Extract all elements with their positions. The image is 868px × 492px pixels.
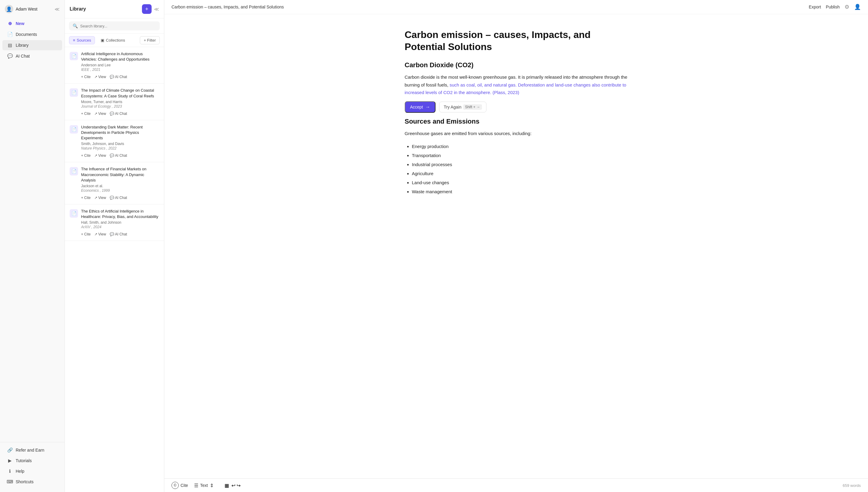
sidebar-item-refer-label: Refer and Earn [16,448,44,452]
collapse-panel-button[interactable]: ≪ [154,6,159,12]
source-list-item: 📄 The Impact of Climate Change on Coasta… [65,83,164,120]
source-cite-button[interactable]: + Cite [81,232,91,236]
source-view-button[interactable]: ↗ View [94,75,106,79]
accept-arrow-icon: → [425,104,430,110]
sidebar-item-library-label: Library [16,43,29,48]
settings-icon[interactable]: ⚙ [844,4,849,10]
refer-icon: 🔗 [7,447,12,453]
source-ai-chat-button[interactable]: 💬 AI Chat [110,153,127,158]
source-item-top: 📄 The Ethics of Artificial Intelligence … [70,208,159,229]
source-actions: + Cite ↗ View 💬 AI Chat [70,196,159,200]
source-list: 📄 Artificial Intelligence in Autonomous … [65,47,164,492]
sidebar-item-documents-label: Documents [16,32,37,37]
emissions-list-item: Agriculture [412,169,628,178]
library-panel: Library + ≪ 🔍 ≡ Sources ▣ Collections + … [65,0,164,492]
collections-tab-label: Collections [106,38,125,43]
export-button[interactable]: Export [809,4,821,9]
source-info: The Influence of Financial Markets on Ma… [81,166,159,193]
source-info: The Impact of Climate Change on Coastal … [81,88,159,108]
source-title: The Influence of Financial Markets on Ma… [81,166,159,183]
undo-button[interactable]: ↩ [231,483,235,488]
accept-bar: Accept → Try Again Shift + → [405,101,628,113]
accept-button[interactable]: Accept → [405,101,436,113]
cite-circle-icon: © [172,482,179,489]
sidebar-item-ai-chat[interactable]: 💬 AI Chat [2,51,62,61]
source-doc-icon: 📄 [70,88,78,97]
sidebar-item-library[interactable]: ▤ Library [2,40,62,50]
filter-button[interactable]: + Filter [140,36,160,44]
sidebar-item-new[interactable]: ⊕ New [2,18,62,29]
text-bottom-button[interactable]: ☰ Text ⇕ [194,483,214,488]
source-title: The Impact of Climate Change on Coastal … [81,88,159,99]
add-source-button[interactable]: + [142,4,152,14]
source-ai-chat-button[interactable]: 💬 AI Chat [110,75,127,79]
avatar: 👤 [5,5,13,13]
source-actions: + Cite ↗ View 💬 AI Chat [70,75,159,79]
source-cite-button[interactable]: + Cite [81,112,91,116]
sidebar-item-documents[interactable]: 📄 Documents [2,29,62,40]
source-view-button[interactable]: ↗ View [94,112,106,116]
redo-button[interactable]: ↪ [237,483,240,488]
source-actions: + Cite ↗ View 💬 AI Chat [70,153,159,158]
section-emissions-heading: Sources and Emissions [405,118,628,125]
tab-sources[interactable]: ≡ Sources [69,36,95,44]
tutorials-icon: ▶ [7,458,12,463]
source-doc-icon: 📄 [70,209,78,218]
text-expand-icon: ⇕ [210,483,214,488]
source-actions: + Cite ↗ View 💬 AI Chat [70,232,159,236]
source-title: Artificial Intelligence in Autonomous Ve… [81,51,159,62]
sidebar-item-tutorials[interactable]: ▶ Tutorials [2,456,62,466]
source-journal: Economics , 1999 [81,189,159,193]
source-ai-chat-button[interactable]: 💬 AI Chat [110,112,127,116]
search-input-wrap: 🔍 [69,21,160,30]
undo-redo: ↩ ↪ [231,483,240,488]
search-input[interactable] [80,24,156,28]
source-list-item: 📄 The Ethics of Artificial Intelligence … [65,204,164,241]
chat-icon: 💬 [7,53,12,59]
source-item-top: 📄 Artificial Intelligence in Autonomous … [70,51,159,72]
search-bar: 🔍 [65,18,164,34]
sidebar-item-shortcuts[interactable]: ⌨ Shortcuts [2,476,62,487]
sidebar-item-ai-chat-label: AI Chat [16,54,30,58]
section-co2-heading: Carbon Dioxide (CO2) [405,61,628,69]
collapse-sidebar-button[interactable]: ≪ [55,6,60,12]
source-cite-button[interactable]: + Cite [81,153,91,158]
source-cite-button[interactable]: + Cite [81,196,91,200]
source-ai-chat-button[interactable]: 💬 AI Chat [110,196,127,200]
user-header: 👤 Adam West ≪ [0,5,65,18]
tabs-row: ≡ Sources ▣ Collections + Filter [65,34,164,47]
user-circle-icon[interactable]: 👤 [854,4,861,10]
emissions-list-item: Transportation [412,151,628,160]
table-icon[interactable]: ▦ [225,483,229,488]
source-ai-chat-button[interactable]: 💬 AI Chat [110,232,127,236]
plus-icon: ⊕ [7,21,12,26]
source-authors: Hall, Smith, and Johnson [81,220,159,225]
tab-collections[interactable]: ▣ Collections [97,36,129,44]
text-icon: ☰ [194,483,198,488]
try-again-button[interactable]: Try Again Shift + → [439,102,486,113]
source-view-button[interactable]: ↗ View [94,196,106,200]
source-info: Understanding Dark Matter: Recent Develo… [81,124,159,151]
source-doc-icon: 📄 [70,52,78,60]
editor-tools: ▦ ↩ ↪ [225,483,240,488]
word-count: 659 words [843,483,861,488]
sources-tab-label: Sources [77,38,91,43]
search-icon: 🔍 [73,24,78,28]
top-actions: Export Publish ⚙ 👤 [809,4,861,10]
source-list-item: 📄 The Influence of Financial Markets on … [65,162,164,204]
sidebar-item-help-label: Help [16,469,24,474]
source-authors: Anderson and Lee [81,63,159,67]
user-name: Adam West [16,7,37,11]
source-cite-button[interactable]: + Cite [81,75,91,79]
cite-bottom-button[interactable]: © Cite [172,482,188,489]
library-icon: ▤ [7,43,12,48]
bottom-bar: © Cite ☰ Text ⇕ ▦ ↩ ↪ 659 words [164,478,868,492]
top-bar: Carbon emission – causes, Impacts, and P… [164,0,868,14]
sidebar-item-refer[interactable]: 🔗 Refer and Earn [2,445,62,455]
publish-button[interactable]: Publish [826,4,840,9]
source-view-button[interactable]: ↗ View [94,153,106,158]
source-view-button[interactable]: ↗ View [94,232,106,236]
editor-area: Carbon emission – causes, Impacts, and P… [381,14,652,478]
shortcut-label: Shift + → [465,105,480,109]
sidebar-item-help[interactable]: ℹ Help [2,466,62,476]
